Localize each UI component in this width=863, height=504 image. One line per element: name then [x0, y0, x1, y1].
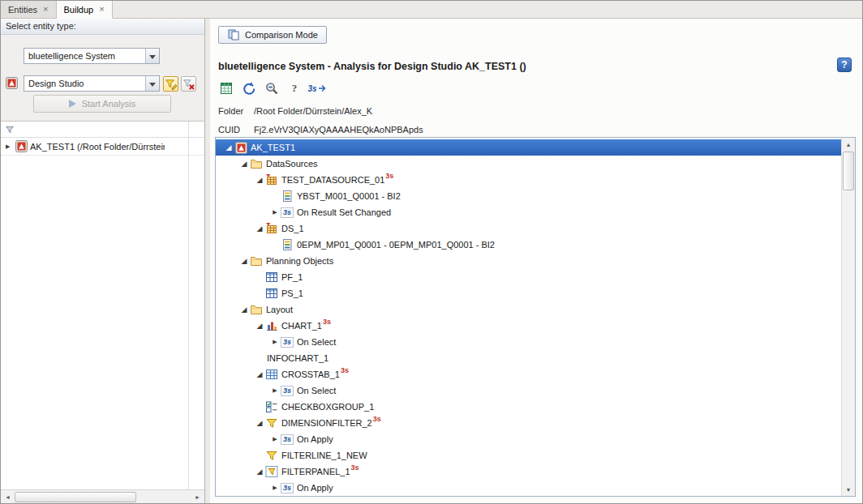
tab-entities-label: Entities: [8, 5, 37, 15]
tree-item-0epm-mp01-q0001-0epm-mp01-q0001-bi2[interactable]: 0EPM_MP01_Q0001 - 0EPM_MP01_Q0001 - BI2: [216, 237, 841, 253]
entity-selection-panel: Select entity type: bluetelligence Syste…: [1, 19, 205, 503]
expanded-icon[interactable]: ◢: [255, 370, 264, 378]
expanded-icon[interactable]: ◢: [255, 322, 264, 330]
scroll-up-icon[interactable]: ▲: [842, 138, 855, 151]
tree-item-chart-1[interactable]: ◢CHART_13s: [216, 318, 841, 334]
clear-filter-button[interactable]: [181, 76, 196, 92]
timer-badge: 3s: [373, 415, 381, 423]
expanded-icon[interactable]: ◢: [239, 160, 249, 168]
entity-type-select[interactable]: Design Studio: [24, 75, 160, 92]
cuid-label: CUID: [218, 125, 254, 135]
expanded-icon[interactable]: ◢: [239, 305, 249, 314]
scroll-down-icon[interactable]: ▼: [842, 483, 855, 496]
app-icon: [234, 141, 248, 154]
collapsed-icon[interactable]: ▶: [270, 485, 280, 491]
tree-item-on-select[interactable]: ▶3sOn Select: [216, 334, 841, 350]
grid-filter-row[interactable]: [1, 122, 204, 138]
collapsed-icon[interactable]: ▶: [270, 436, 280, 442]
query-icon: [280, 190, 294, 203]
filter-edit-button[interactable]: [163, 76, 178, 92]
tab-entities[interactable]: Entities ×: [1, 1, 57, 18]
tree-item-layout[interactable]: ◢Layout: [216, 301, 841, 318]
help-button[interactable]: ?: [837, 58, 852, 72]
timer-icon: 3s: [280, 335, 294, 348]
start-analysis-label: Start Analysis: [82, 99, 136, 109]
tree-item-on-apply[interactable]: ▶3sOn Apply: [216, 431, 841, 447]
timer-settings-icon[interactable]: 3s: [309, 80, 325, 96]
system-select-value: bluetelligence System: [24, 49, 145, 63]
expanded-icon[interactable]: ◢: [224, 143, 234, 152]
expanded-icon[interactable]: ◢: [255, 468, 264, 476]
clear-filter-icon: [182, 78, 195, 91]
tree-item-ak-test1[interactable]: ◢AK_TEST1: [216, 139, 841, 156]
timer-badge: 3s: [341, 366, 349, 374]
chevron-down-icon[interactable]: [145, 49, 159, 63]
collapsed-icon[interactable]: ▶: [270, 209, 280, 216]
close-icon[interactable]: ×: [99, 5, 104, 14]
horizontal-scrollbar[interactable]: ◄ ►: [1, 489, 204, 503]
comparison-mode-button[interactable]: Comparison Mode: [218, 26, 327, 44]
expanded-icon[interactable]: ◢: [255, 224, 264, 233]
scrollbar-thumb[interactable]: [843, 152, 854, 190]
tree-item-test-datasource-01[interactable]: ◢TEST_DATASOURCE_013s: [216, 172, 841, 188]
app-icon: [15, 140, 30, 153]
tree-item-label: Planning Objects: [266, 256, 333, 266]
tree-item-planning-objects[interactable]: ◢Planning Objects: [216, 253, 841, 269]
tree-item-label: FILTERLINE_1_NEW: [281, 451, 367, 460]
tree-item-filterline-1-new[interactable]: FILTERLINE_1_NEW: [216, 447, 841, 463]
cuid-row: CUID Fj2.eVrV3QIAXyQAAAAHEQkAoNPBApds: [218, 125, 423, 135]
entity-type-header: Select entity type:: [1, 19, 204, 35]
refresh-icon[interactable]: [241, 80, 257, 96]
tree-item-label: TEST_DATASOURCE_01: [281, 175, 384, 185]
filter-edit-icon: [165, 78, 178, 91]
analysis-tree: ◢AK_TEST1◢DataSources◢TEST_DATASOURCE_01…: [215, 137, 856, 497]
tree-item-pf-1[interactable]: PF_1: [216, 269, 841, 285]
tree-item-checkboxgroup-1[interactable]: CHECKBOXGROUP_1: [216, 399, 841, 415]
tree-item-ps-1[interactable]: PS_1: [216, 285, 841, 301]
collapsed-icon[interactable]: ▶: [270, 339, 280, 345]
chart-icon: [264, 319, 279, 332]
timer-icon: 3s: [280, 481, 294, 494]
tree-item-ds-1[interactable]: ◢DS_1: [216, 220, 841, 237]
grid-icon: [264, 271, 279, 284]
comparison-icon: [227, 28, 240, 41]
tree-item-infochart-1[interactable]: INFOCHART_1: [216, 350, 841, 366]
tree-item-dimensionfilter-2[interactable]: ◢DIMENSIONFILTER_23s: [216, 415, 841, 431]
help-doc-icon[interactable]: ?: [286, 80, 303, 96]
tree-item-label: FILTERPANEL_1: [281, 467, 350, 476]
entity-type-select-value: Design Studio: [24, 76, 145, 91]
close-icon[interactable]: ×: [43, 5, 48, 14]
expanded-icon[interactable]: ◢: [255, 176, 264, 184]
page-title: bluetelligence System - Analysis for Des…: [218, 61, 526, 72]
scroll-right-icon[interactable]: ►: [191, 490, 204, 503]
app-window: Entities × Buildup × Select entity type:…: [0, 0, 863, 504]
system-select[interactable]: bluetelligence System: [24, 48, 160, 64]
tab-buildup[interactable]: Buildup ×: [57, 1, 113, 19]
vertical-scrollbar[interactable]: ▲ ▼: [841, 138, 855, 496]
tree-item-on-apply[interactable]: ▶3sOn Apply: [216, 480, 841, 496]
expanded-icon[interactable]: ◢: [239, 257, 249, 265]
collapsed-icon[interactable]: ▶: [270, 387, 280, 394]
tree-item-datasources[interactable]: ◢DataSources: [216, 156, 841, 172]
folder-icon: [249, 303, 264, 316]
scroll-left-icon[interactable]: ◄: [1, 490, 15, 503]
tree-item-crosstab-1[interactable]: ◢CROSSTAB_13s: [216, 366, 841, 382]
folder-label: Folder: [218, 106, 254, 116]
start-analysis-button[interactable]: Start Analysis: [33, 95, 171, 113]
tree-item-on-select[interactable]: ▶3sOn Select: [216, 382, 841, 399]
grid-column-divider: [188, 122, 189, 489]
crosstab-icon: [264, 368, 279, 381]
tree-item-on-result-set-changed[interactable]: ▶3sOn Result Set Changed: [216, 204, 841, 220]
tree-item-ybst-m001-q0001-bi2[interactable]: YBST_M001_Q0001 - BI2: [216, 188, 841, 204]
zoom-icon[interactable]: [264, 80, 280, 96]
export-icon[interactable]: [218, 80, 234, 96]
expanded-icon[interactable]: ◢: [255, 419, 264, 427]
scrollbar-thumb[interactable]: [15, 492, 136, 502]
collapsed-icon[interactable]: ▶: [6, 143, 15, 150]
tree-item-filterpanel-1[interactable]: ◢FILTERPANEL_13s: [216, 463, 841, 480]
tree-item-label: On Result Set Changed: [297, 207, 391, 217]
filter-icon: [264, 449, 279, 462]
filter-funnel-icon[interactable]: [4, 124, 15, 135]
entity-row[interactable]: ▶ AK_TEST1 (/Root Folder/Dürrstein/Ale: [1, 138, 204, 156]
chevron-down-icon[interactable]: [145, 76, 159, 91]
